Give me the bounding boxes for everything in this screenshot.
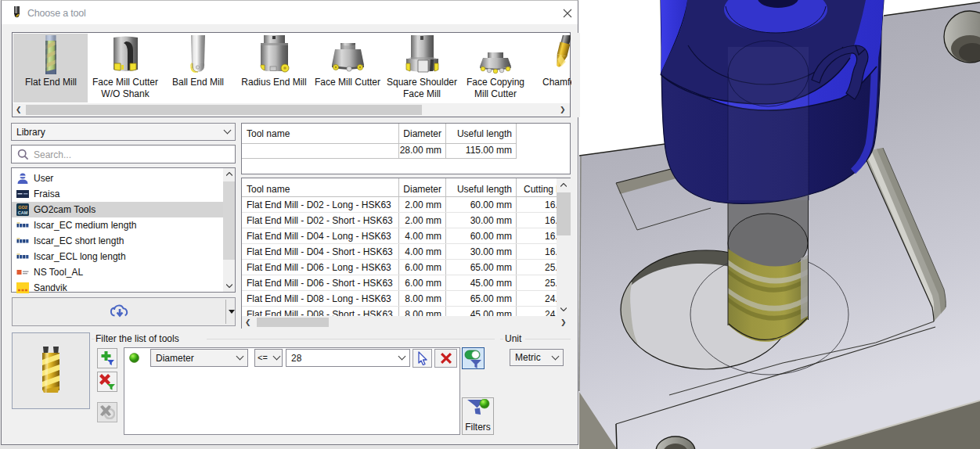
svg-text:CAM: CAM <box>18 210 28 215</box>
svg-text:GO2: GO2 <box>18 205 27 210</box>
